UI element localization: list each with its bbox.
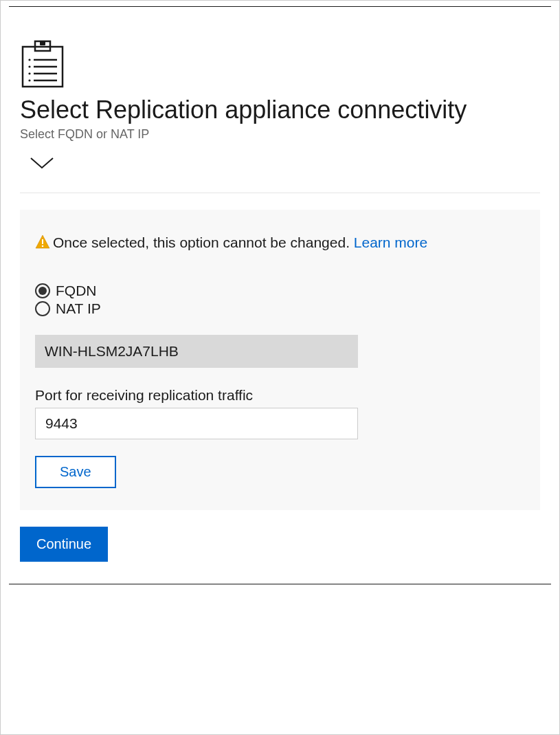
form-panel: Once selected, this option cannot be cha… (20, 210, 540, 510)
svg-point-3 (28, 58, 30, 61)
hostname-field: WIN-HLSM2JA7LHB (35, 335, 358, 368)
warning-text: Once selected, this option cannot be cha… (53, 232, 427, 254)
clipboard-icon (20, 40, 540, 89)
svg-point-5 (28, 65, 30, 67)
radio-fqdn[interactable]: FQDN (35, 283, 525, 299)
port-field-label: Port for receiving replication traffic (35, 387, 525, 404)
warning-message: Once selected, this option cannot be cha… (35, 232, 525, 254)
port-input[interactable] (35, 408, 358, 439)
main-container: Select Replication appliance connectivit… (1, 7, 559, 578)
svg-point-7 (28, 72, 30, 74)
page-title: Select Replication appliance connectivit… (20, 95, 540, 124)
svg-point-9 (28, 79, 30, 81)
radio-natip[interactable]: NAT IP (35, 300, 525, 317)
connectivity-radio-group: FQDN NAT IP (35, 283, 525, 317)
radio-natip-indicator (35, 301, 50, 316)
radio-fqdn-label: FQDN (56, 283, 97, 299)
chevron-down-icon[interactable] (28, 154, 56, 173)
svg-point-13 (42, 245, 44, 248)
learn-more-link[interactable]: Learn more (354, 234, 427, 250)
radio-fqdn-indicator (35, 283, 50, 298)
section-divider (20, 193, 540, 193)
save-button[interactable]: Save (35, 456, 116, 488)
svg-rect-2 (40, 41, 45, 45)
bottom-divider (9, 584, 551, 584)
radio-natip-label: NAT IP (56, 300, 101, 317)
continue-button[interactable]: Continue (20, 527, 108, 562)
page-subtitle: Select FQDN or NAT IP (20, 127, 540, 142)
warning-text-content: Once selected, this option cannot be cha… (53, 234, 354, 250)
warning-icon (35, 234, 50, 252)
